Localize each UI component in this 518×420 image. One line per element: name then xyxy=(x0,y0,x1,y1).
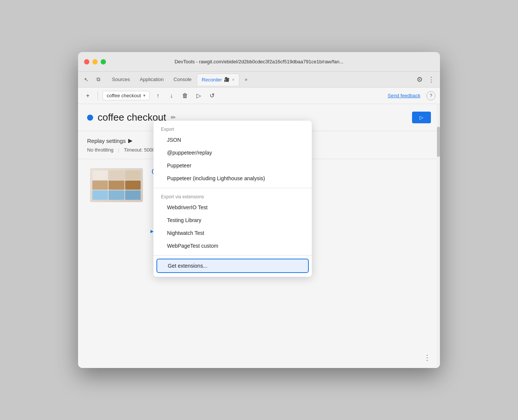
thumb-cell-4 xyxy=(92,181,108,190)
thumb-cell-3 xyxy=(125,170,141,180)
cursor-icon-btn[interactable]: ↖ xyxy=(81,74,92,85)
dropdown-divider xyxy=(153,188,312,188)
recording-selector-label: coffee checkout xyxy=(107,93,141,98)
tab-recorder-close[interactable]: × xyxy=(232,77,234,82)
help-button[interactable]: ? xyxy=(426,91,435,100)
extensions-section-label: Export via extensions xyxy=(153,191,312,201)
traffic-lights xyxy=(84,59,106,64)
export-webdriverio-label: WebdriverIO Test xyxy=(167,204,208,210)
step-thumbnail xyxy=(90,168,143,202)
upload-button[interactable]: ↑ xyxy=(153,90,163,101)
tab-application[interactable]: Application xyxy=(135,74,169,86)
download-icon: ↓ xyxy=(170,92,173,99)
edit-icon[interactable]: ✏ xyxy=(171,114,176,121)
upload-icon: ↑ xyxy=(156,92,159,99)
add-recording-button[interactable]: + xyxy=(83,90,93,101)
export-testing-library-label: Testing Library xyxy=(167,217,201,223)
export-puppeteer-lighthouse-label: Puppeteer (including Lighthouse analysis… xyxy=(167,175,265,181)
chevron-down-icon: ▾ xyxy=(143,93,146,98)
replay-button[interactable]: ↺ xyxy=(207,90,218,101)
get-extensions-item[interactable]: Get extensions... xyxy=(156,259,309,273)
scrollbar-thumb[interactable] xyxy=(437,127,440,157)
tab-sources[interactable]: Sources xyxy=(107,74,135,86)
tab-console-label: Console xyxy=(173,77,192,82)
layers-icon-btn[interactable]: ⧉ xyxy=(93,74,104,85)
export-json-label: JSON xyxy=(167,137,181,143)
export-section-label: Export xyxy=(153,124,312,133)
thumb-cell-5 xyxy=(109,181,124,190)
export-nightwatch-label: Nightwatch Test xyxy=(167,230,204,236)
minimize-button[interactable] xyxy=(92,59,98,64)
export-puppeteer-lighthouse-item[interactable]: Puppeteer (including Lighthouse analysis… xyxy=(153,172,312,185)
tab-application-label: Application xyxy=(140,77,164,82)
tab-console[interactable]: Console xyxy=(169,74,196,86)
tabs-bar: ↖ ⧉ Sources Application Console Recorder… xyxy=(78,72,440,87)
export-nightwatch-item[interactable]: Nightwatch Test xyxy=(153,227,312,239)
toolbar: + coffee checkout ▾ ↑ ↓ 🗑 ▷ ↺ Send feedb… xyxy=(78,87,440,104)
get-extensions-label: Get extensions... xyxy=(168,263,207,269)
toolbar-divider-1 xyxy=(98,91,98,100)
navigate-arrow-icon: ▶ xyxy=(150,229,153,234)
send-feedback-link[interactable]: Send feedback xyxy=(388,93,420,98)
start-recording-button[interactable]: ▷ xyxy=(412,112,431,123)
tab-sources-label: Sources xyxy=(112,77,130,82)
export-testing-library-item[interactable]: Testing Library xyxy=(153,214,312,227)
title-bar: DevTools - rawgit.com/ebidel/2d2bb0cdec3… xyxy=(78,52,440,72)
replay-settings-label: Replay settings xyxy=(87,138,126,144)
tab-more-label: » xyxy=(245,77,247,82)
settings-divider: | xyxy=(118,147,119,153)
dropdown-divider-2 xyxy=(153,255,312,256)
export-json-item[interactable]: JSON xyxy=(153,133,312,146)
tab-icons: ↖ ⧉ xyxy=(81,74,104,85)
throttling-value: No throttling xyxy=(87,147,113,153)
main-content: coffee checkout ✏ ▷ Replay settings ▶ No… xyxy=(78,104,440,368)
tab-more[interactable]: » xyxy=(240,74,252,86)
recorder-icon: 🎥 xyxy=(224,77,230,82)
thumb-cell-8 xyxy=(109,190,124,200)
thumb-cell-2 xyxy=(109,170,124,180)
delete-button[interactable]: 🗑 xyxy=(180,90,190,101)
export-puppeteer-item[interactable]: Puppeteer xyxy=(153,159,312,172)
help-icon: ? xyxy=(429,93,432,98)
close-button[interactable] xyxy=(84,59,89,64)
play-button[interactable]: ▷ xyxy=(193,90,204,101)
thumb-cell-1 xyxy=(92,170,108,180)
add-icon: + xyxy=(86,92,89,99)
export-dropdown: Export JSON @puppeteer/replay Puppeteer … xyxy=(153,121,312,277)
export-webdriverio-item[interactable]: WebdriverIO Test xyxy=(153,201,312,214)
replay-icon: ↺ xyxy=(210,92,215,99)
export-webpagetest-item[interactable]: WebPageTest custom xyxy=(153,239,312,252)
layers-icon: ⧉ xyxy=(97,76,100,83)
tab-recorder[interactable]: Recorder 🎥 × xyxy=(197,74,239,86)
devtools-window: DevTools - rawgit.com/ebidel/2d2bb0cdec3… xyxy=(78,52,440,368)
export-puppeteer-replay-item[interactable]: @puppeteer/replay xyxy=(153,146,312,159)
tab-recorder-label: Recorder xyxy=(202,77,222,83)
export-webpagetest-label: WebPageTest custom xyxy=(167,243,218,249)
export-puppeteer-replay-label: @puppeteer/replay xyxy=(167,150,212,156)
scrollbar-track[interactable] xyxy=(437,104,440,368)
recording-selector[interactable]: coffee checkout ▾ xyxy=(103,91,150,100)
bottom-more-options-icon[interactable]: ⋮ xyxy=(423,353,431,362)
recording-status-dot xyxy=(87,115,93,121)
settings-chevron-right-icon: ▶ xyxy=(128,137,133,144)
export-puppeteer-label: Puppeteer xyxy=(167,162,192,169)
thumb-cell-7 xyxy=(92,190,108,200)
more-options-icon[interactable]: ⋮ xyxy=(426,75,437,84)
download-button[interactable]: ↓ xyxy=(166,90,177,101)
thumb-cell-9 xyxy=(125,190,141,200)
window-title: DevTools - rawgit.com/ebidel/2d2bb0cdec3… xyxy=(175,59,343,64)
thumb-cell-6 xyxy=(125,181,141,190)
maximize-button[interactable] xyxy=(101,59,106,64)
play-icon: ▷ xyxy=(196,92,201,99)
cursor-icon: ↖ xyxy=(84,77,89,83)
trash-icon: 🗑 xyxy=(182,92,188,99)
gear-icon[interactable]: ⚙ xyxy=(414,75,425,84)
